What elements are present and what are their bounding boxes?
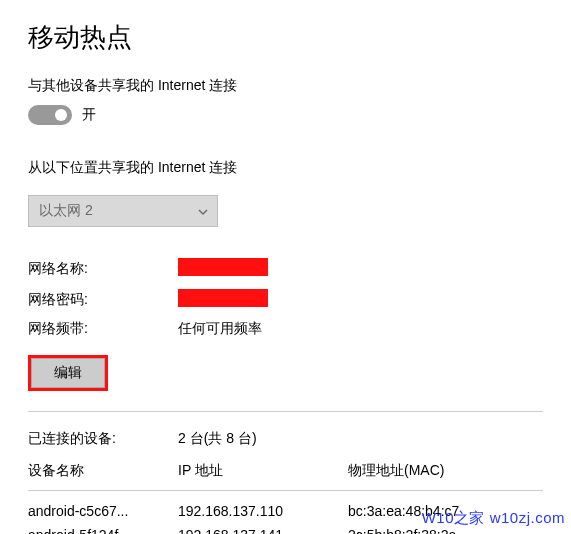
device-ip-cell: 192.168.137.141 (178, 523, 348, 534)
share-from-label: 从以下位置共享我的 Internet 连接 (28, 159, 543, 177)
connection-dropdown[interactable]: 以太网 2 (28, 195, 218, 227)
device-name-cell: android-c5c67... (28, 499, 178, 523)
network-password-label: 网络密码: (28, 284, 178, 315)
device-name-cell: android-5f124f... (28, 523, 178, 534)
table-header-mac: 物理地址(MAC) (348, 458, 543, 491)
table-header-device: 设备名称 (28, 458, 178, 491)
connected-devices-value: 2 台(共 8 台) (178, 426, 348, 458)
network-band-value: 任何可用频率 (178, 315, 268, 343)
chevron-down-icon (197, 205, 209, 217)
network-name-value-redacted (178, 258, 268, 276)
edit-button[interactable]: 编辑 (31, 358, 105, 388)
share-connection-label: 与其他设备共享我的 Internet 连接 (28, 77, 543, 95)
network-band-label: 网络频带: (28, 315, 178, 343)
network-name-label: 网络名称: (28, 253, 178, 284)
edit-button-highlight: 编辑 (28, 355, 108, 391)
watermark-text: W10之家 w10zj.com (422, 509, 565, 528)
toggle-state-label: 开 (82, 106, 96, 124)
device-ip-cell: 192.168.137.110 (178, 499, 348, 523)
network-password-value-redacted (178, 289, 268, 307)
divider (28, 411, 543, 412)
connected-devices-label: 已连接的设备: (28, 426, 178, 458)
share-toggle[interactable] (28, 105, 72, 125)
table-header-ip: IP 地址 (178, 458, 348, 491)
page-title: 移动热点 (28, 20, 543, 55)
toggle-knob (55, 109, 67, 121)
network-info-table: 网络名称: 网络密码: 网络频带: 任何可用频率 (28, 253, 268, 343)
dropdown-selected-value: 以太网 2 (39, 202, 93, 220)
